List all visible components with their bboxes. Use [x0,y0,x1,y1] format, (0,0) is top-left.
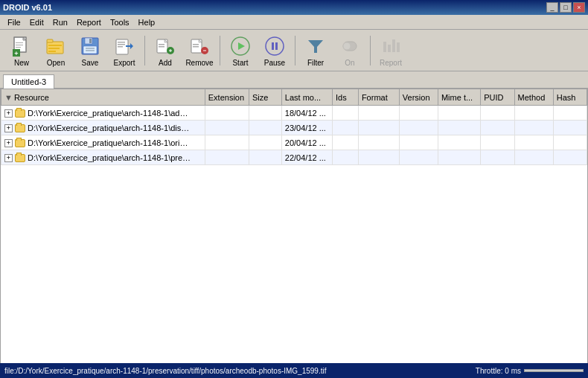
expand-icon[interactable]: + [4,154,13,162]
throttle-label: Throttle: 0 ms [476,367,521,375]
open-icon [44,34,68,58]
col-header-size[interactable]: Size [249,89,281,106]
title-text: DROID v6.01 [3,3,52,12]
menu-report[interactable]: Report [72,16,106,28]
table-row[interactable]: + D:\York\Exercice_pratique\arch-1148-1\… [1,135,587,150]
maximize-button[interactable]: □ [560,2,572,13]
cell-extension [205,150,249,165]
cell-lastmod: 18/04/12 ... [281,106,332,121]
expand-icon[interactable]: + [4,139,13,147]
status-bar: file:/D:/York/Exercice_pratique/arch-114… [0,363,588,378]
report-button[interactable]: Report [375,32,406,69]
svg-rect-17 [86,48,95,49]
svg-rect-27 [159,46,164,48]
table-row[interactable]: + D:\York\Exercice_pratique\arch-1148-1\… [1,121,587,135]
svg-rect-46 [388,45,391,52]
cell-format [358,121,399,135]
cell-ids [332,135,358,150]
resource-path: D:\York\Exercice_pratique\arch-1148-1\di… [28,124,191,132]
cell-ids [332,106,358,121]
cell-hash [553,121,587,135]
cell-size [249,106,281,121]
menu-tools[interactable]: Tools [106,16,134,28]
cell-puid [481,150,514,165]
toolbar: + New Open [0,30,588,71]
cell-puid [481,121,514,135]
svg-rect-30 [170,49,171,52]
filter-button[interactable]: Filter [300,32,331,69]
separator-1 [144,36,145,65]
svg-rect-9 [47,39,53,42]
cell-size [249,150,281,165]
table-row[interactable]: + D:\York\Exercice_pratique\arch-1148-1\… [1,106,587,121]
throttle-slider[interactable] [524,369,584,372]
open-button[interactable]: Open [40,32,71,69]
export-button[interactable]: Export [109,32,140,69]
col-header-extension[interactable]: Extension [205,89,249,106]
cell-size [249,135,281,150]
minimize-button[interactable]: _ [546,2,558,13]
start-button[interactable]: Start [225,32,256,69]
col-header-method[interactable]: Method [514,89,553,106]
menu-help[interactable]: Help [134,16,160,28]
close-button[interactable]: × [573,2,585,13]
remove-button[interactable]: Remove [184,32,215,69]
save-icon [78,34,102,58]
table-body: + D:\York\Exercice_pratique\arch-1148-1\… [1,106,587,165]
on-icon [338,34,362,58]
cell-lastmod: 22/04/12 ... [281,150,332,165]
on-label: On [345,59,354,67]
resource-path: D:\York\Exercice_pratique\arch-1148-1\ad… [28,109,191,118]
expand-icon[interactable]: + [4,124,13,132]
report-label: Report [380,59,402,67]
cell-ids [332,121,358,135]
cell-method [514,135,553,150]
cell-method [514,121,553,135]
expand-icon[interactable]: + [4,109,13,118]
new-button[interactable]: + New [6,32,37,69]
save-label: Save [82,59,99,67]
cell-extension [205,106,249,121]
cell-hash [553,135,587,150]
cell-mime [438,121,480,135]
remove-label: Remove [185,59,213,67]
svg-rect-20 [118,42,125,43]
svg-rect-21 [118,44,125,45]
cell-extension [205,121,249,135]
file-table: ▼Resource Extension Size Last mo... Ids … [1,89,587,165]
new-icon: + [10,34,33,58]
col-header-hash[interactable]: Hash [553,89,587,106]
svg-rect-26 [159,44,164,45]
col-header-format[interactable]: Format [358,89,399,106]
cell-size [249,121,281,135]
export-label: Export [114,59,135,67]
col-header-ids[interactable]: Ids [332,89,358,106]
col-header-puid[interactable]: PUID [481,89,514,106]
file-table-wrapper: ▼Resource Extension Size Last mo... Ids … [0,88,588,378]
pause-button[interactable]: Pause [259,32,290,69]
svg-rect-22 [118,46,123,48]
menu-edit[interactable]: Edit [25,16,48,28]
add-button[interactable]: Add [150,32,181,69]
add-icon [153,34,177,58]
svg-rect-15 [89,39,92,43]
col-header-version[interactable]: Version [399,89,438,106]
filter-label: Filter [307,59,324,67]
tab-bar: Untitled-3 [0,71,588,88]
svg-rect-18 [86,50,95,51]
on-button[interactable]: On [334,32,365,69]
folder-icon [15,154,25,162]
throttle-area: Throttle: 0 ms [476,367,584,375]
col-header-lastmod[interactable]: Last mo... [281,89,332,106]
tab-untitled3[interactable]: Untitled-3 [3,74,54,89]
table-row[interactable]: + D:\York\Exercice_pratique\arch-1148-1\… [1,150,587,165]
cell-version [399,106,438,121]
col-header-resource[interactable]: ▼Resource [1,89,205,106]
col-header-mime[interactable]: Mime t... [438,89,480,106]
cell-extension [205,135,249,150]
table-header-row: ▼Resource Extension Size Last mo... Ids … [1,89,587,106]
svg-rect-41 [275,42,278,50]
menu-file[interactable]: File [3,16,25,28]
save-button[interactable]: Save [74,32,106,69]
menu-run[interactable]: Run [48,16,72,28]
